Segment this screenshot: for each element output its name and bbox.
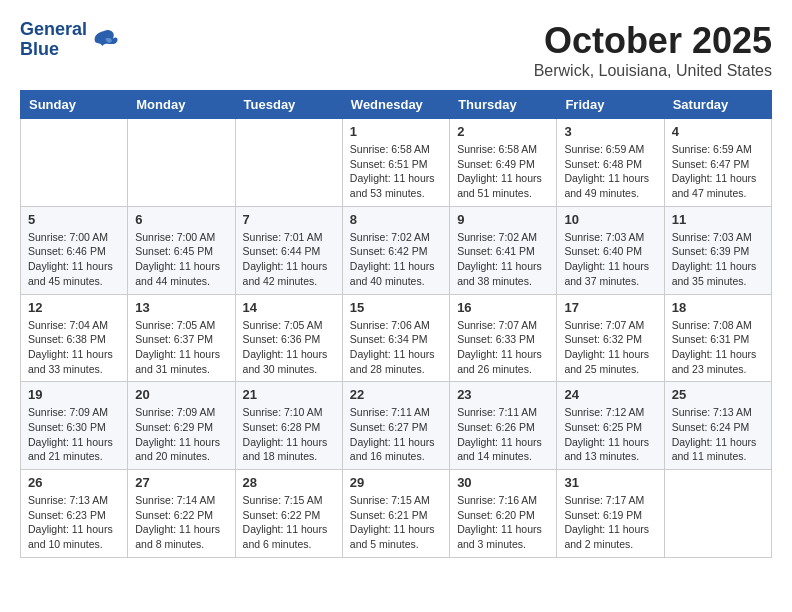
calendar-cell: 6Sunrise: 7:00 AM Sunset: 6:45 PM Daylig…	[128, 206, 235, 294]
calendar-cell: 19Sunrise: 7:09 AM Sunset: 6:30 PM Dayli…	[21, 382, 128, 470]
day-number: 2	[457, 124, 549, 139]
calendar-cell: 12Sunrise: 7:04 AM Sunset: 6:38 PM Dayli…	[21, 294, 128, 382]
day-number: 22	[350, 387, 442, 402]
calendar-cell: 24Sunrise: 7:12 AM Sunset: 6:25 PM Dayli…	[557, 382, 664, 470]
day-number: 12	[28, 300, 120, 315]
calendar-cell: 23Sunrise: 7:11 AM Sunset: 6:26 PM Dayli…	[450, 382, 557, 470]
day-number: 15	[350, 300, 442, 315]
cell-info: Sunrise: 7:11 AM Sunset: 6:27 PM Dayligh…	[350, 405, 442, 464]
week-row-2: 12Sunrise: 7:04 AM Sunset: 6:38 PM Dayli…	[21, 294, 772, 382]
day-number: 29	[350, 475, 442, 490]
calendar-cell: 25Sunrise: 7:13 AM Sunset: 6:24 PM Dayli…	[664, 382, 771, 470]
page-header: GeneralBlue October 2025 Berwick, Louisi…	[20, 20, 772, 80]
calendar-cell: 9Sunrise: 7:02 AM Sunset: 6:41 PM Daylig…	[450, 206, 557, 294]
cell-info: Sunrise: 7:16 AM Sunset: 6:20 PM Dayligh…	[457, 493, 549, 552]
day-number: 27	[135, 475, 227, 490]
day-number: 8	[350, 212, 442, 227]
cell-info: Sunrise: 7:00 AM Sunset: 6:46 PM Dayligh…	[28, 230, 120, 289]
day-number: 24	[564, 387, 656, 402]
cell-info: Sunrise: 7:02 AM Sunset: 6:42 PM Dayligh…	[350, 230, 442, 289]
calendar-cell: 2Sunrise: 6:58 AM Sunset: 6:49 PM Daylig…	[450, 119, 557, 207]
calendar-cell: 27Sunrise: 7:14 AM Sunset: 6:22 PM Dayli…	[128, 470, 235, 558]
cell-info: Sunrise: 7:05 AM Sunset: 6:36 PM Dayligh…	[243, 318, 335, 377]
day-number: 4	[672, 124, 764, 139]
day-number: 11	[672, 212, 764, 227]
cell-info: Sunrise: 7:07 AM Sunset: 6:32 PM Dayligh…	[564, 318, 656, 377]
weekday-header-row: SundayMondayTuesdayWednesdayThursdayFrid…	[21, 91, 772, 119]
calendar-cell: 16Sunrise: 7:07 AM Sunset: 6:33 PM Dayli…	[450, 294, 557, 382]
cell-info: Sunrise: 7:05 AM Sunset: 6:37 PM Dayligh…	[135, 318, 227, 377]
week-row-4: 26Sunrise: 7:13 AM Sunset: 6:23 PM Dayli…	[21, 470, 772, 558]
cell-info: Sunrise: 7:17 AM Sunset: 6:19 PM Dayligh…	[564, 493, 656, 552]
calendar-cell	[21, 119, 128, 207]
day-number: 30	[457, 475, 549, 490]
day-number: 25	[672, 387, 764, 402]
month-title: October 2025	[534, 20, 772, 62]
calendar-cell: 28Sunrise: 7:15 AM Sunset: 6:22 PM Dayli…	[235, 470, 342, 558]
calendar-cell: 11Sunrise: 7:03 AM Sunset: 6:39 PM Dayli…	[664, 206, 771, 294]
day-number: 10	[564, 212, 656, 227]
cell-info: Sunrise: 7:13 AM Sunset: 6:23 PM Dayligh…	[28, 493, 120, 552]
day-number: 28	[243, 475, 335, 490]
calendar-cell	[235, 119, 342, 207]
weekday-header-tuesday: Tuesday	[235, 91, 342, 119]
week-row-3: 19Sunrise: 7:09 AM Sunset: 6:30 PM Dayli…	[21, 382, 772, 470]
day-number: 14	[243, 300, 335, 315]
cell-info: Sunrise: 7:03 AM Sunset: 6:39 PM Dayligh…	[672, 230, 764, 289]
calendar-cell: 22Sunrise: 7:11 AM Sunset: 6:27 PM Dayli…	[342, 382, 449, 470]
weekday-header-wednesday: Wednesday	[342, 91, 449, 119]
cell-info: Sunrise: 6:58 AM Sunset: 6:49 PM Dayligh…	[457, 142, 549, 201]
calendar-cell: 10Sunrise: 7:03 AM Sunset: 6:40 PM Dayli…	[557, 206, 664, 294]
logo-bird-icon	[89, 25, 119, 55]
calendar-cell: 5Sunrise: 7:00 AM Sunset: 6:46 PM Daylig…	[21, 206, 128, 294]
cell-info: Sunrise: 7:06 AM Sunset: 6:34 PM Dayligh…	[350, 318, 442, 377]
calendar-cell: 21Sunrise: 7:10 AM Sunset: 6:28 PM Dayli…	[235, 382, 342, 470]
day-number: 16	[457, 300, 549, 315]
day-number: 26	[28, 475, 120, 490]
day-number: 23	[457, 387, 549, 402]
calendar-cell: 26Sunrise: 7:13 AM Sunset: 6:23 PM Dayli…	[21, 470, 128, 558]
cell-info: Sunrise: 7:01 AM Sunset: 6:44 PM Dayligh…	[243, 230, 335, 289]
day-number: 5	[28, 212, 120, 227]
day-number: 1	[350, 124, 442, 139]
calendar-cell	[128, 119, 235, 207]
calendar-cell: 1Sunrise: 6:58 AM Sunset: 6:51 PM Daylig…	[342, 119, 449, 207]
cell-info: Sunrise: 7:15 AM Sunset: 6:22 PM Dayligh…	[243, 493, 335, 552]
day-number: 3	[564, 124, 656, 139]
day-number: 18	[672, 300, 764, 315]
day-number: 19	[28, 387, 120, 402]
calendar-cell	[664, 470, 771, 558]
week-row-1: 5Sunrise: 7:00 AM Sunset: 6:46 PM Daylig…	[21, 206, 772, 294]
weekday-header-friday: Friday	[557, 91, 664, 119]
calendar-cell: 18Sunrise: 7:08 AM Sunset: 6:31 PM Dayli…	[664, 294, 771, 382]
calendar-cell: 7Sunrise: 7:01 AM Sunset: 6:44 PM Daylig…	[235, 206, 342, 294]
calendar-cell: 17Sunrise: 7:07 AM Sunset: 6:32 PM Dayli…	[557, 294, 664, 382]
cell-info: Sunrise: 7:09 AM Sunset: 6:29 PM Dayligh…	[135, 405, 227, 464]
day-number: 13	[135, 300, 227, 315]
cell-info: Sunrise: 7:00 AM Sunset: 6:45 PM Dayligh…	[135, 230, 227, 289]
calendar-cell: 31Sunrise: 7:17 AM Sunset: 6:19 PM Dayli…	[557, 470, 664, 558]
title-block: October 2025 Berwick, Louisiana, United …	[534, 20, 772, 80]
calendar-cell: 14Sunrise: 7:05 AM Sunset: 6:36 PM Dayli…	[235, 294, 342, 382]
calendar-cell: 4Sunrise: 6:59 AM Sunset: 6:47 PM Daylig…	[664, 119, 771, 207]
day-number: 20	[135, 387, 227, 402]
cell-info: Sunrise: 6:59 AM Sunset: 6:47 PM Dayligh…	[672, 142, 764, 201]
calendar-table: SundayMondayTuesdayWednesdayThursdayFrid…	[20, 90, 772, 558]
cell-info: Sunrise: 7:08 AM Sunset: 6:31 PM Dayligh…	[672, 318, 764, 377]
cell-info: Sunrise: 6:58 AM Sunset: 6:51 PM Dayligh…	[350, 142, 442, 201]
week-row-0: 1Sunrise: 6:58 AM Sunset: 6:51 PM Daylig…	[21, 119, 772, 207]
cell-info: Sunrise: 7:10 AM Sunset: 6:28 PM Dayligh…	[243, 405, 335, 464]
cell-info: Sunrise: 7:03 AM Sunset: 6:40 PM Dayligh…	[564, 230, 656, 289]
day-number: 21	[243, 387, 335, 402]
location: Berwick, Louisiana, United States	[534, 62, 772, 80]
calendar-cell: 3Sunrise: 6:59 AM Sunset: 6:48 PM Daylig…	[557, 119, 664, 207]
cell-info: Sunrise: 7:11 AM Sunset: 6:26 PM Dayligh…	[457, 405, 549, 464]
cell-info: Sunrise: 7:12 AM Sunset: 6:25 PM Dayligh…	[564, 405, 656, 464]
cell-info: Sunrise: 7:09 AM Sunset: 6:30 PM Dayligh…	[28, 405, 120, 464]
logo-text: GeneralBlue	[20, 20, 87, 60]
cell-info: Sunrise: 7:02 AM Sunset: 6:41 PM Dayligh…	[457, 230, 549, 289]
weekday-header-sunday: Sunday	[21, 91, 128, 119]
cell-info: Sunrise: 7:14 AM Sunset: 6:22 PM Dayligh…	[135, 493, 227, 552]
cell-info: Sunrise: 7:07 AM Sunset: 6:33 PM Dayligh…	[457, 318, 549, 377]
calendar-cell: 8Sunrise: 7:02 AM Sunset: 6:42 PM Daylig…	[342, 206, 449, 294]
